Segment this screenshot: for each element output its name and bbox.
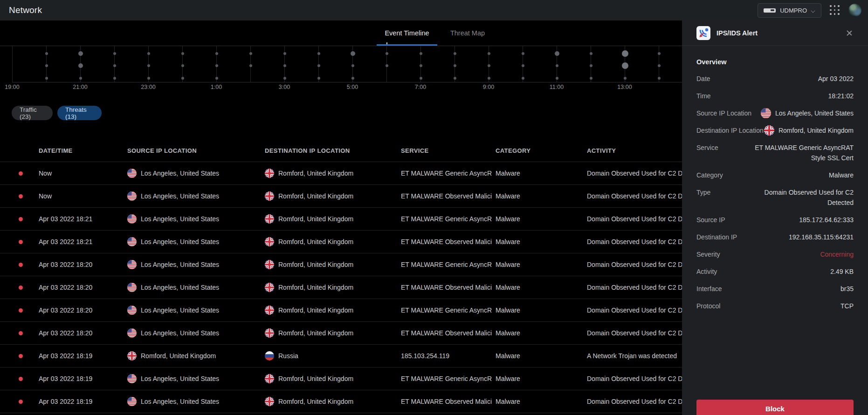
timeline-tick <box>148 46 149 82</box>
event-dot[interactable] <box>45 52 48 55</box>
event-dot[interactable] <box>590 77 592 80</box>
cell-datetime: Apr 03 2022 18:19 <box>39 367 123 390</box>
event-dot[interactable] <box>522 64 524 67</box>
timeline-hour-label: 19:00 <box>0 84 28 90</box>
event-dot[interactable] <box>522 77 524 80</box>
event-dot[interactable] <box>555 51 559 56</box>
panel-title: IPS/IDS Alert <box>716 29 758 37</box>
event-dot[interactable] <box>283 77 286 80</box>
event-dot[interactable] <box>249 64 252 67</box>
event-dot[interactable] <box>386 52 388 55</box>
event-dot[interactable] <box>590 64 592 67</box>
event-dot[interactable] <box>454 64 456 67</box>
event-dot[interactable] <box>351 64 354 67</box>
event-dot[interactable] <box>658 64 661 67</box>
event-dot[interactable] <box>79 77 82 80</box>
avatar[interactable] <box>848 4 861 17</box>
timeline-tick <box>352 46 353 82</box>
table-row[interactable]: Apr 03 2022 18:20 Los Angeles, United St… <box>0 276 682 299</box>
cell-activity: Domain Observed Used for C2 D <box>587 322 682 344</box>
event-dot[interactable] <box>351 51 355 56</box>
event-dot[interactable] <box>113 64 116 67</box>
block-button[interactable]: Block <box>696 400 854 415</box>
event-dot[interactable] <box>488 52 490 55</box>
table-row[interactable]: Apr 03 2022 18:19 Los Angeles, United St… <box>0 367 682 390</box>
event-dot[interactable] <box>622 50 628 57</box>
event-dot[interactable] <box>420 52 422 55</box>
event-dot[interactable] <box>420 64 422 67</box>
table-row[interactable]: Apr 03 2022 18:20 Los Angeles, United St… <box>0 322 682 345</box>
tab-threat-map[interactable]: Threat Map <box>447 20 489 46</box>
event-dot[interactable] <box>556 64 558 67</box>
table-row[interactable]: Apr 03 2022 18:21 Los Angeles, United St… <box>0 231 682 253</box>
event-dot[interactable] <box>147 77 150 80</box>
event-dot[interactable] <box>45 77 48 80</box>
event-dot[interactable] <box>147 52 150 55</box>
event-dot[interactable] <box>454 52 456 55</box>
cell-activity: Domain Observed Used for C2 D <box>587 390 682 413</box>
event-dot[interactable] <box>454 77 456 80</box>
cell-destination-location: Romford, United Kingdom <box>265 276 398 299</box>
event-dot[interactable] <box>249 52 252 55</box>
event-dot[interactable] <box>181 77 184 80</box>
event-dot[interactable] <box>78 51 83 56</box>
cell-source-location: Los Angeles, United States <box>127 208 260 230</box>
detail-value: br35 <box>840 284 854 294</box>
table-row[interactable]: Apr 03 2022 18:19 Romford, United Kingdo… <box>0 345 682 367</box>
event-dot[interactable] <box>181 64 184 67</box>
event-dot[interactable] <box>215 64 218 67</box>
threat-dot-icon <box>19 354 23 358</box>
timeline-tick <box>386 46 387 82</box>
device-selector[interactable]: UDMPRO <box>758 3 821 18</box>
event-dot[interactable] <box>283 64 286 67</box>
column-header: DATE/TIME <box>39 140 123 162</box>
threat-dot-icon <box>19 400 23 404</box>
event-dot[interactable] <box>113 77 116 80</box>
event-dot[interactable] <box>522 52 524 55</box>
threat-dot-icon <box>19 331 23 335</box>
table-row[interactable]: Apr 03 2022 18:20 Los Angeles, United St… <box>0 299 682 322</box>
column-header: SOURCE IP LOCATION <box>127 140 260 162</box>
event-dot[interactable] <box>658 52 661 55</box>
event-dot[interactable] <box>317 52 320 55</box>
event-dot[interactable] <box>283 52 286 55</box>
event-dot[interactable] <box>351 77 354 80</box>
event-dot[interactable] <box>45 64 48 67</box>
event-dot[interactable] <box>215 52 218 55</box>
event-dot[interactable] <box>488 64 490 67</box>
cell-activity: A Network Trojan was detected <box>587 345 682 367</box>
event-dot[interactable] <box>113 52 116 55</box>
event-dot[interactable] <box>147 64 150 67</box>
event-dot[interactable] <box>590 52 592 55</box>
timeline-hour-label: 3:00 <box>268 84 301 90</box>
table-row[interactable]: Apr 03 2022 18:19 Los Angeles, United St… <box>0 413 682 415</box>
event-dot[interactable] <box>215 77 218 80</box>
table-row[interactable]: Apr 03 2022 18:20 Los Angeles, United St… <box>0 253 682 276</box>
event-dot[interactable] <box>317 64 320 67</box>
event-dot[interactable] <box>386 64 388 67</box>
event-dot[interactable] <box>624 77 627 80</box>
timeline-tick <box>182 46 183 82</box>
panel-body: Overview Date Apr 03 2022 Time 18:21:02 … <box>682 46 868 311</box>
event-timeline-chart[interactable]: 19:0021:0023:001:003:005:007:009:0011:00… <box>0 46 682 92</box>
tab-event-timeline[interactable]: Event Timeline <box>377 20 437 46</box>
table-row[interactable]: Apr 03 2022 18:19 Los Angeles, United St… <box>0 390 682 413</box>
table-row[interactable]: Now Los Angeles, United States Romford, … <box>0 162 682 185</box>
cell-destination-location: Romford, United Kingdom <box>265 185 398 207</box>
event-dot[interactable] <box>556 77 558 80</box>
event-dot[interactable] <box>317 77 320 80</box>
event-dot[interactable] <box>488 77 490 80</box>
table-row[interactable]: Apr 03 2022 18:21 Los Angeles, United St… <box>0 208 682 231</box>
event-dot[interactable] <box>420 77 422 80</box>
filter-threats[interactable]: Threats (13) <box>57 106 102 120</box>
apps-grid-icon[interactable] <box>830 5 840 15</box>
event-dot[interactable] <box>622 62 628 69</box>
cell-service: ET MALWARE Observed Malicio <box>401 185 492 207</box>
event-dot[interactable] <box>181 52 184 55</box>
close-icon[interactable] <box>845 29 854 37</box>
filter-traffic[interactable]: Traffic (23) <box>12 106 53 120</box>
destination-flag-icon <box>265 237 274 246</box>
table-row[interactable]: Now Los Angeles, United States Romford, … <box>0 185 682 208</box>
event-dot[interactable] <box>78 63 83 68</box>
event-dot[interactable] <box>658 77 661 80</box>
